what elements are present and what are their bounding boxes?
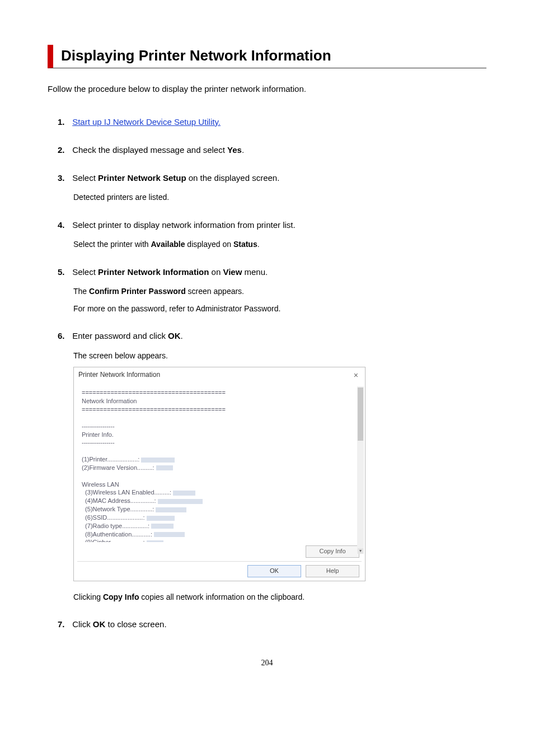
step-sub: Detected printers are listed. [73, 192, 486, 203]
step-number: 1. [58, 116, 70, 128]
step-text: Select [72, 173, 98, 183]
step-1: 1. Start up IJ Network Device Setup Util… [58, 116, 486, 128]
steps-list: 1. Start up IJ Network Device Setup Util… [48, 116, 486, 631]
step-sub: The screen below appears. [73, 350, 486, 361]
step-bold: OK [93, 619, 106, 629]
step-sub: For more on the password, refer to Admin… [73, 303, 486, 314]
dlg-line: ---------------- [82, 439, 115, 446]
dlg-line: (1)Printer..................: [82, 456, 139, 463]
redacted-value [173, 491, 195, 496]
dlg-line: ======================================== [82, 389, 226, 396]
step-number: 5. [58, 266, 70, 278]
chevron-down-icon[interactable]: ▾ [358, 548, 363, 554]
step-sub-text: displayed on [185, 240, 233, 249]
step-number: 6. [58, 330, 70, 342]
step-text: to close screen. [105, 619, 166, 629]
step-bold: Printer Network Setup [98, 173, 186, 183]
dialog-titlebar: Printer Network Information × [74, 367, 365, 383]
step-number: 2. [58, 144, 70, 156]
step-sub-text: copies all network information on the cl… [139, 592, 305, 601]
step-number: 3. [58, 172, 70, 184]
redacted-value [158, 499, 203, 504]
step-bold: OK [168, 331, 181, 340]
dlg-line: Wireless LAN [82, 481, 119, 488]
dlg-line: ======================================== [82, 406, 226, 413]
ok-button[interactable]: OK [247, 565, 301, 577]
step-text: Select printer to display network inform… [72, 220, 296, 230]
step-sub-text: Clicking [73, 592, 103, 601]
step-sub-text: screen appears. [186, 287, 244, 296]
step-sub: The Confirm Printer Password screen appe… [73, 286, 486, 297]
dlg-line: (7)Radio type...............: [82, 522, 149, 529]
step-sub: Clicking Copy Info copies all network in… [73, 591, 486, 603]
step-bold: View [223, 267, 242, 277]
step-6: 6. Enter password and click OK. The scre… [58, 330, 486, 603]
dlg-line: (4)MAC Address..............: [82, 497, 156, 504]
step-bold: Printer Network Information [98, 267, 209, 277]
redacted-value [151, 524, 174, 529]
step-5: 5. Select Printer Network Information on… [58, 266, 486, 314]
step-sub-text: The [73, 287, 89, 296]
step-sub: Select the printer with Available displa… [73, 239, 486, 250]
step-text: Select [72, 267, 98, 277]
step-7: 7. Click OK to close screen. [58, 618, 486, 631]
redacted-value [141, 458, 175, 463]
dlg-line: (6)SSID.....................: [82, 514, 144, 521]
close-icon[interactable]: × [352, 370, 360, 381]
step-text: menu. [242, 267, 268, 277]
page-title: Displaying Printer Network Information [61, 47, 486, 64]
start-utility-link[interactable]: Start up IJ Network Device Setup Utility… [72, 117, 221, 127]
redacted-value [156, 465, 173, 470]
scrollbar-thumb[interactable] [358, 388, 363, 441]
printer-network-info-dialog: Printer Network Information × ==========… [73, 367, 366, 581]
step-text: on [209, 267, 223, 277]
step-sub-bold: Available [151, 240, 185, 249]
step-sub-bold: Copy Info [103, 592, 139, 601]
step-sub-text: Select the printer with [73, 240, 151, 249]
redacted-value [147, 540, 163, 542]
step-2: 2. Check the displayed message and selec… [58, 144, 486, 156]
step-3: 3. Select Printer Network Setup on the d… [58, 172, 486, 203]
dlg-line: ---------------- [82, 423, 115, 430]
redacted-value [147, 516, 175, 521]
step-text: on the displayed screen. [186, 173, 280, 183]
redacted-value [156, 507, 186, 512]
step-text: Check the displayed message and select [72, 145, 227, 155]
page-number: 204 [48, 659, 486, 668]
dlg-line: Printer Info. [82, 431, 114, 438]
dialog-textarea[interactable]: ========================================… [74, 386, 365, 542]
dialog-scrollbar[interactable]: ▾ [357, 386, 364, 554]
step-sub-bold: Status [233, 240, 257, 249]
intro-text: Follow the procedure below to display th… [48, 84, 486, 94]
page-title-bar: Displaying Printer Network Information [48, 45, 486, 68]
dlg-line: (5)Network Type.............: [82, 506, 154, 512]
dialog-title: Printer Network Information [78, 370, 160, 380]
step-text: Enter password and click [72, 331, 168, 340]
redacted-value [154, 532, 185, 537]
copy-info-button[interactable]: Copy Info [306, 545, 359, 558]
step-text: . [181, 331, 183, 340]
step-text: . [242, 145, 244, 155]
dlg-line: Network Information [82, 398, 137, 404]
step-4: 4. Select printer to display network inf… [58, 219, 486, 250]
step-sub-text: . [257, 240, 260, 249]
dlg-line: (3)Wireless LAN Enabled.........: [82, 489, 171, 496]
step-number: 7. [58, 618, 70, 631]
help-button[interactable]: Help [306, 565, 359, 577]
step-sub-bold: Confirm Printer Password [89, 287, 186, 296]
step-bold: Yes [227, 145, 242, 155]
step-number: 4. [58, 219, 70, 231]
dlg-line: (2)Firmware Version.........: [82, 464, 154, 471]
dlg-line: (9)Cipher...................: [82, 539, 144, 542]
step-text: Click [72, 619, 93, 629]
dlg-line: (8)Authentication...........: [82, 531, 152, 538]
